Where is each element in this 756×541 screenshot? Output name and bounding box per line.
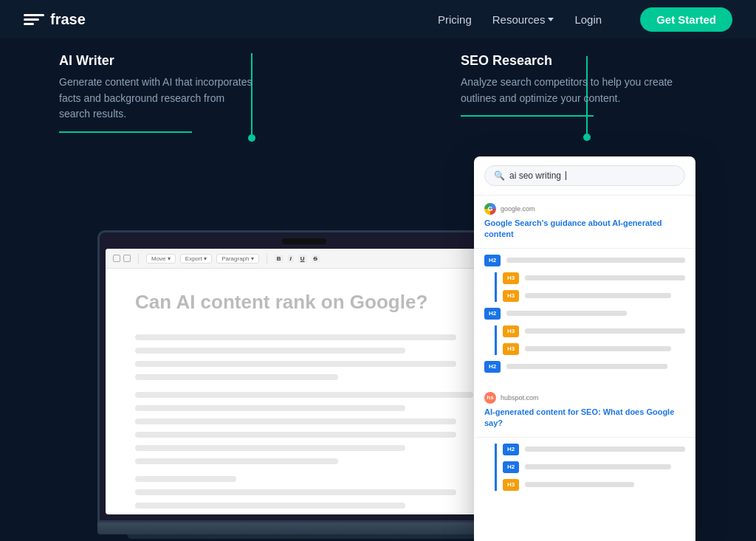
- laptop-toolbar: Move ▾ Export ▾ Paragraph ▾ B I U S: [106, 249, 503, 269]
- connector-dot-left: [248, 134, 255, 142]
- feature-labels: AI Writer Generate content with AI that …: [0, 53, 756, 133]
- toolbar-italic[interactable]: I: [288, 255, 294, 263]
- seo-research-desc: Analyze search competitors to help you c…: [461, 75, 682, 106]
- toolbar-underline[interactable]: U: [298, 255, 307, 263]
- seo-research-underline: [461, 115, 594, 117]
- google-icon: G: [484, 203, 496, 215]
- outline-line: [525, 447, 685, 452]
- toolbar-export: Export ▾: [180, 254, 212, 263]
- h2-tag: H2: [503, 461, 519, 473]
- connector-dot-right: [583, 134, 591, 141]
- chevron-down-icon: [548, 18, 554, 21]
- outline-row: H3: [503, 290, 685, 302]
- toolbar-undo-icon: [113, 255, 120, 262]
- h2-tag: H2: [484, 361, 501, 373]
- laptop-screen: Move ▾ Export ▾ Paragraph ▾ B I U S Can …: [106, 249, 503, 514]
- h3-tag: H3: [503, 343, 519, 355]
- outline-line: [506, 311, 627, 316]
- hubspot-domain: hubspot.com: [501, 394, 539, 402]
- feature-seo-research: SEO Research Analyze search competitors …: [461, 53, 682, 133]
- outline-subgroup: H3 H3: [495, 325, 685, 355]
- main-content: AI Writer Generate content with AI that …: [0, 38, 756, 541]
- toolbar-strikethrough[interactable]: S: [312, 255, 320, 263]
- seo-search-bar[interactable]: 🔍 ai seo writing: [484, 165, 685, 186]
- toolbar-bold[interactable]: B: [275, 255, 284, 263]
- nav-resources[interactable]: Resources: [492, 13, 554, 26]
- editor-line: [135, 348, 405, 354]
- feature-ai-writer: AI Writer Generate content with AI that …: [59, 53, 258, 133]
- hubspot-icon: hs: [484, 392, 496, 404]
- editor-line: [135, 334, 456, 340]
- seo-search-text: ai seo writing: [509, 170, 561, 181]
- toolbar-move: Move ▾: [146, 254, 176, 263]
- editor-line: [135, 361, 456, 367]
- outline-line: [525, 275, 685, 280]
- laptop-scene: Move ▾ Export ▾ Paragraph ▾ B I U S Can …: [61, 134, 695, 541]
- outline-row: H2: [484, 255, 685, 266]
- outline-line: [525, 464, 671, 469]
- nav-resources-label: Resources: [492, 13, 546, 26]
- outline-line: [525, 482, 634, 487]
- laptop-screen-outer: Move ▾ Export ▾ Paragraph ▾ B I U S Can …: [97, 230, 511, 523]
- seo-research-title: SEO Research: [461, 53, 682, 69]
- google-domain: google.com: [501, 205, 535, 213]
- outline-line: [525, 293, 671, 298]
- outline-line: [525, 346, 671, 351]
- outline-row: H2: [484, 361, 685, 373]
- ai-writer-desc: Generate content with AI that incorporat…: [59, 75, 258, 123]
- editor-line: [135, 392, 473, 398]
- editor-line: [135, 405, 405, 411]
- ai-writer-underline: [59, 131, 192, 133]
- laptop-base: [97, 523, 511, 534]
- editor-line: [135, 476, 236, 482]
- toolbar-redo-icon: [123, 255, 131, 262]
- outline-row: H2: [503, 444, 685, 455]
- h2-tag: H2: [484, 308, 501, 320]
- hubspot-result-header: hs hubspot.com: [484, 392, 685, 404]
- editor-line: [135, 432, 456, 438]
- laptop-notch: [282, 238, 326, 244]
- h3-tag: H3: [503, 290, 519, 302]
- toolbar-icons: [113, 255, 131, 262]
- google-result: G google.com Google Search's guidance ab…: [474, 196, 695, 249]
- outline-subgroup-2: H2 H2 H3: [495, 444, 685, 491]
- seo-panel-header: 🔍 ai seo writing: [474, 156, 695, 196]
- editor-line: [135, 445, 405, 451]
- editor-line: [135, 503, 405, 509]
- editor-heading: Can AI content rank on Google?: [135, 291, 473, 314]
- get-started-button[interactable]: Get Started: [640, 7, 732, 32]
- logo-icon: [24, 11, 44, 27]
- outline-row: H3: [503, 479, 685, 491]
- editor-line: [135, 374, 338, 380]
- search-cursor: [566, 171, 566, 180]
- editor-line: [135, 489, 456, 495]
- h3-tag: H3: [503, 272, 519, 284]
- h3-tag: H3: [503, 325, 519, 337]
- nav-pricing[interactable]: Pricing: [438, 13, 472, 26]
- outline-line: [506, 258, 685, 263]
- nav-links: Pricing Resources Login Get Started: [438, 7, 732, 32]
- outline-row: H3: [503, 343, 685, 355]
- editor-line: [135, 418, 456, 424]
- nav-login[interactable]: Login: [574, 13, 602, 26]
- google-result-title[interactable]: Google Search's guidance about AI-genera…: [484, 218, 685, 241]
- outline-row: H3: [503, 272, 685, 284]
- hubspot-result-title[interactable]: AI-generated content for SEO: What does …: [484, 407, 685, 430]
- seo-panel: 🔍 ai seo writing G google.com Google Sea…: [474, 156, 695, 541]
- laptop: Move ▾ Export ▾ Paragraph ▾ B I U S Can …: [97, 230, 511, 541]
- outline-row: H2: [484, 308, 685, 320]
- search-icon: 🔍: [494, 170, 505, 181]
- outline-row: H3: [503, 325, 685, 337]
- editor-content: Can AI content rank on Google?: [106, 269, 503, 514]
- h3-tag: H3: [503, 479, 519, 491]
- logo[interactable]: frase: [24, 11, 438, 28]
- logo-text: frase: [50, 11, 86, 28]
- outline-group-1: H2 H3 H3 H2: [474, 249, 695, 385]
- outline-group-2: H2 H2 H3: [474, 438, 695, 503]
- outline-line: [525, 328, 685, 334]
- toolbar-paragraph: Paragraph ▾: [216, 254, 259, 263]
- editor-line: [135, 458, 338, 464]
- outline-subgroup: H3 H3: [495, 272, 685, 302]
- ai-writer-title: AI Writer: [59, 53, 258, 69]
- h2-tag: H2: [503, 444, 519, 455]
